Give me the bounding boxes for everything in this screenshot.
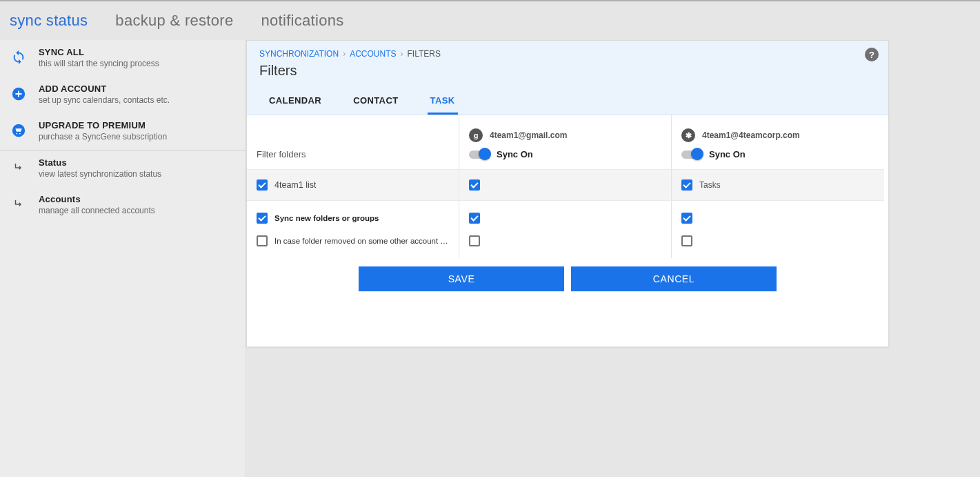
sidebar-item-add-account[interactable]: ADD ACCOUNT set up sync calendars, conta…: [0, 77, 246, 113]
sync-toggle-account2[interactable]: [681, 150, 702, 159]
breadcrumb-sep: ›: [343, 49, 346, 59]
checkbox-sync-new-acct2[interactable]: [681, 213, 692, 224]
sidebar-item-title: ADD ACCOUNT: [39, 84, 170, 94]
sidebar-item-title: UPGRADE TO PREMIUM: [39, 120, 167, 130]
save-button[interactable]: SAVE: [359, 266, 564, 291]
filters-card: SYNCHRONIZATION › ACCOUNTS › FILTERS Fil…: [246, 40, 889, 347]
sidebar-item-status[interactable]: Status view latest synchronization statu…: [0, 150, 246, 187]
breadcrumb-sep: ›: [400, 49, 403, 59]
breadcrumb-synchronization[interactable]: SYNCHRONIZATION: [259, 49, 339, 59]
subtab-contact[interactable]: CONTACT: [350, 88, 401, 115]
breadcrumb-accounts[interactable]: ACCOUNTS: [350, 49, 396, 59]
tab-notifications[interactable]: notifications: [261, 12, 343, 30]
sidebar-item-sub: view latest synchronization status: [39, 169, 161, 179]
sub-arrow-icon: [11, 197, 26, 212]
account-email: 4team1@4teamcorp.com: [702, 130, 800, 140]
top-tabs: sync status backup & restore notificatio…: [0, 0, 980, 40]
sidebar-item-sub: purchase a SyncGene subscription: [39, 132, 167, 142]
sidebar-item-sub: manage all connected accounts: [39, 206, 155, 215]
filter-subtabs: CALENDAR CONTACT TASK: [259, 88, 876, 115]
sync-toggle-label: Sync On: [497, 149, 533, 159]
exchange-account-icon: ✱: [681, 128, 695, 142]
sidebar-item-title: SYNC ALL: [39, 47, 159, 57]
checkbox-delete-removed-acct2[interactable]: [681, 235, 692, 246]
sidebar-item-sub: set up sync calendars, contacts etc.: [39, 95, 170, 105]
sidebar-item-title: Accounts: [39, 194, 155, 204]
tab-backup-restore[interactable]: backup & restore: [115, 12, 233, 30]
sync-icon: [11, 50, 26, 65]
row-label-delete-removed: In case folder removed on some other acc…: [274, 237, 449, 245]
checkbox-delete-removed[interactable]: [257, 235, 268, 246]
checkbox-sync-new-folders[interactable]: [257, 213, 268, 224]
checkbox-delete-removed-acct1[interactable]: [469, 235, 480, 246]
checkbox-4team1-list-acct1[interactable]: [469, 179, 480, 191]
row-label-sync-new: Sync new folders or groups: [274, 214, 379, 222]
checkbox-4team1-list-acct2[interactable]: [681, 179, 692, 191]
google-account-icon: g: [469, 128, 483, 142]
sync-toggle-label: Sync On: [709, 149, 746, 159]
sidebar-item-accounts[interactable]: Accounts manage all connected accounts: [0, 187, 246, 224]
cancel-button[interactable]: CANCEL: [571, 266, 777, 291]
checkbox-sync-new-acct1[interactable]: [469, 213, 480, 224]
plus-circle-icon: [11, 86, 26, 101]
checkbox-4team1-list[interactable]: [257, 179, 268, 191]
sync-toggle-account1[interactable]: [469, 150, 490, 159]
sidebar: SYNC ALL this will start the syncing pro…: [0, 40, 246, 477]
sidebar-item-sub: this will start the syncing process: [39, 59, 159, 68]
sidebar-item-title: Status: [39, 157, 161, 168]
filter-folders-label: Filter folders: [257, 149, 449, 159]
page-title: Filters: [259, 63, 876, 79]
breadcrumb-filters: FILTERS: [407, 49, 440, 59]
sidebar-item-sync-all[interactable]: SYNC ALL this will start the syncing pro…: [0, 40, 246, 77]
help-button[interactable]: ?: [865, 48, 879, 61]
account-email: 4team1@gmail.com: [490, 130, 567, 140]
row-label-tasks: Tasks: [699, 180, 721, 190]
row-label-4team1-list: 4team1 list: [274, 180, 316, 190]
sub-arrow-icon: [11, 160, 26, 175]
tab-sync-status[interactable]: sync status: [10, 12, 88, 30]
sidebar-item-upgrade[interactable]: UPGRADE TO PREMIUM purchase a SyncGene s…: [0, 113, 246, 150]
cart-icon: [11, 123, 26, 138]
subtab-task[interactable]: TASK: [428, 88, 458, 115]
subtab-calendar[interactable]: CALENDAR: [266, 88, 324, 115]
breadcrumb: SYNCHRONIZATION › ACCOUNTS › FILTERS: [259, 49, 876, 59]
